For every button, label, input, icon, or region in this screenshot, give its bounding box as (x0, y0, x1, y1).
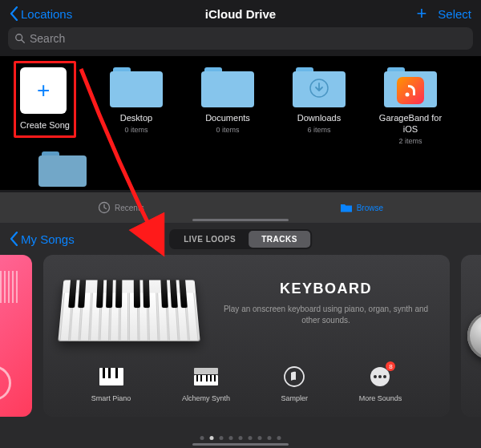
dot[interactable] (220, 436, 224, 440)
folder-garageband[interactable]: GarageBand for iOS 2 items (374, 67, 447, 145)
chevron-left-icon (10, 232, 18, 246)
folder-icon[interactable] (38, 151, 87, 187)
svg-rect-12 (200, 375, 202, 381)
home-indicator (192, 219, 289, 221)
download-icon (309, 78, 329, 102)
dot[interactable] (268, 436, 272, 440)
item-label: Create Song (20, 120, 70, 131)
sub-alchemy-synth[interactable]: Alchemy Synth (182, 364, 230, 402)
page-title: iCloud Drive (205, 7, 276, 21)
card-prev[interactable] (0, 255, 32, 417)
back-label: My Songs (21, 232, 75, 246)
chevron-left-icon (10, 6, 18, 21)
dial-icon (0, 365, 11, 401)
dot[interactable] (200, 436, 204, 440)
card-desc: Play an onscreen keyboard using piano, o… (220, 304, 432, 326)
item-sub: 2 items (398, 137, 422, 145)
svg-rect-6 (103, 368, 105, 378)
back-label: Locations (21, 7, 72, 21)
svg-point-18 (374, 375, 377, 378)
card-keyboard[interactable]: KEYBOARD Play an onscreen keyboard using… (43, 255, 450, 417)
sub-sampler[interactable]: Sampler (281, 364, 309, 402)
card-title: KEYBOARD (220, 281, 432, 297)
svg-rect-9 (194, 368, 218, 374)
drum-icon (467, 312, 481, 360)
search-placeholder: Search (30, 32, 65, 45)
search-input[interactable]: Search (8, 27, 473, 50)
search-icon (14, 33, 26, 44)
item-sub: 6 items (307, 126, 330, 134)
svg-rect-7 (108, 368, 111, 378)
garageband-panel: My Songs LIVE LOOPS TRACKS (0, 223, 481, 448)
synth-icon (193, 364, 219, 389)
dot[interactable] (229, 436, 233, 440)
segmented-control: LIVE LOOPS TRACKS (169, 229, 312, 249)
tab-recents[interactable]: Recents (98, 201, 144, 214)
sub-instruments: Smart Piano Alchemy Synth Sampler (61, 364, 432, 402)
files-app-panel: Locations iCloud Drive + Select Search +… (0, 0, 481, 223)
svg-point-3 (406, 93, 410, 97)
back-button[interactable]: My Songs (10, 232, 75, 246)
seg-tracks[interactable]: TRACKS (249, 231, 310, 248)
svg-rect-15 (214, 375, 216, 381)
item-label: GarageBand for iOS (374, 113, 447, 135)
sub-label: Alchemy Synth (182, 394, 230, 402)
page-dots (200, 436, 281, 440)
svg-rect-11 (196, 375, 198, 381)
item-label: Downloads (297, 113, 341, 124)
folder-icon (384, 67, 437, 107)
item-label: Desktop (120, 113, 152, 124)
highlight-box: + Create Song (14, 61, 76, 138)
sub-label: Smart Piano (91, 394, 131, 402)
folder-icon (201, 67, 254, 107)
svg-rect-8 (115, 368, 118, 378)
keyboard-image (61, 269, 197, 349)
item-sub: 0 items (216, 126, 239, 134)
more-icon: 8 (367, 364, 393, 389)
sampler-icon (281, 364, 307, 389)
svg-line-1 (22, 40, 25, 43)
clock-icon (98, 201, 111, 214)
folder-desktop[interactable]: Desktop 0 items (99, 67, 173, 145)
bottom-tab-bar: Recents Browse (0, 192, 481, 223)
piano-icon (99, 364, 124, 389)
folder-icon (110, 67, 163, 107)
back-button[interactable]: Locations (10, 6, 72, 21)
dot[interactable] (239, 436, 243, 440)
plus-icon: + (37, 78, 50, 103)
svg-rect-14 (210, 375, 212, 381)
sub-label: Sampler (281, 394, 309, 402)
top-bar: Locations iCloud Drive + Select (0, 0, 481, 27)
svg-point-20 (383, 375, 386, 378)
garageband-icon (397, 77, 424, 104)
dot[interactable] (249, 436, 253, 440)
seg-live-loops[interactable]: LIVE LOOPS (171, 231, 249, 248)
right-actions: + Select (416, 5, 471, 22)
items-grid: + Create Song Desktop 0 items Documents … (0, 56, 481, 151)
sub-smart-piano[interactable]: Smart Piano (91, 364, 131, 402)
svg-rect-13 (206, 375, 208, 381)
tab-label: Browse (357, 204, 383, 212)
dot[interactable] (277, 436, 281, 440)
instrument-carousel[interactable]: KEYBOARD Play an onscreen keyboard using… (0, 255, 481, 417)
create-song-item[interactable]: + Create Song (8, 67, 82, 145)
folder-documents[interactable]: Documents 0 items (191, 67, 265, 145)
folder-downloads[interactable]: Downloads 6 items (282, 67, 356, 145)
item-label: Documents (205, 113, 250, 124)
add-button[interactable]: + (416, 5, 426, 22)
tab-label: Recents (115, 204, 144, 212)
home-indicator (192, 443, 289, 446)
select-button[interactable]: Select (438, 7, 471, 21)
folder-icon (293, 67, 346, 107)
top-bar: My Songs LIVE LOOPS TRACKS (0, 223, 481, 255)
notification-badge: 8 (386, 361, 395, 371)
dot[interactable] (210, 436, 214, 440)
sub-label: More Sounds (359, 394, 402, 402)
tab-browse[interactable]: Browse (340, 201, 383, 214)
svg-point-19 (378, 375, 382, 378)
folder-icon (340, 201, 353, 214)
item-sub: 0 items (124, 126, 148, 134)
dot[interactable] (258, 436, 262, 440)
sub-more-sounds[interactable]: 8 More Sounds (359, 364, 402, 402)
card-next[interactable] (461, 255, 481, 417)
